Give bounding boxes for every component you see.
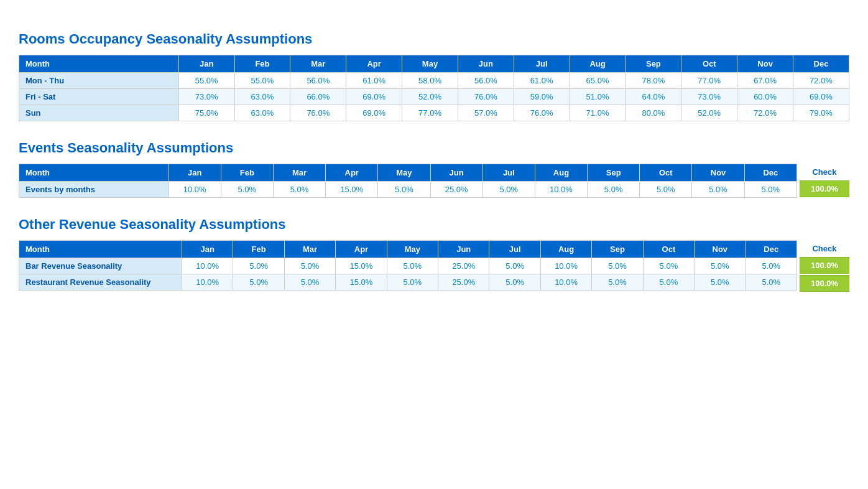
cell-value: 56.0% <box>458 73 514 89</box>
cell-value: 10.0% <box>535 182 587 198</box>
cell-value: 75.0% <box>178 105 234 121</box>
col-header-dec: Dec <box>744 164 796 182</box>
row-label: Mon - Thu <box>19 73 179 89</box>
col-header-month: Month <box>19 241 182 258</box>
row-label: Events by months <box>19 182 169 198</box>
col-header-oct: Oct <box>681 55 737 73</box>
col-header-apr: Apr <box>346 55 402 73</box>
cell-value: 61.0% <box>514 73 570 89</box>
col-header-jan: Jan <box>178 55 234 73</box>
cell-value: 52.0% <box>402 89 458 105</box>
cell-value: 5.0% <box>592 258 643 274</box>
cell-value: 25.0% <box>430 182 482 198</box>
cell-value: 73.0% <box>178 89 234 105</box>
cell-value: 77.0% <box>402 105 458 121</box>
cell-value: 63.0% <box>234 105 290 121</box>
col-header-may: May <box>387 241 438 258</box>
cell-value: 60.0% <box>737 89 793 105</box>
events-check-column: Check 100.0% <box>800 164 849 197</box>
cell-value: 72.0% <box>737 105 793 121</box>
col-header-mar: Mar <box>284 241 335 258</box>
col-header-aug: Aug <box>570 55 626 73</box>
cell-value: 80.0% <box>626 105 681 121</box>
other-table-wrapper: MonthJanFebMarAprMayJunJulAugSepOctNovDe… <box>19 240 849 293</box>
col-header-mar: Mar <box>290 55 346 73</box>
col-header-jul: Jul <box>482 164 535 182</box>
col-header-nov: Nov <box>695 241 746 258</box>
col-header-jun: Jun <box>430 164 482 182</box>
col-header-nov: Nov <box>692 164 744 182</box>
col-header-jun: Jun <box>458 55 514 73</box>
row-label: Bar Revenue Seasonality <box>19 258 182 274</box>
col-header-jun: Jun <box>438 241 489 258</box>
cell-value: 67.0% <box>737 73 793 89</box>
cell-value: 5.0% <box>640 182 692 198</box>
col-header-mar: Mar <box>273 164 325 182</box>
col-header-jan: Jan <box>182 241 233 258</box>
cell-value: 59.0% <box>514 89 570 105</box>
check-value: 100.0% <box>800 257 849 274</box>
cell-value: 15.0% <box>336 274 387 291</box>
table-row: Bar Revenue Seasonality10.0%5.0%5.0%15.0… <box>19 258 797 274</box>
cell-value: 51.0% <box>570 89 626 105</box>
cell-value: 66.0% <box>290 89 346 105</box>
col-header-feb: Feb <box>221 164 273 182</box>
cell-value: 25.0% <box>438 274 489 291</box>
col-header-feb: Feb <box>233 241 284 258</box>
col-header-aug: Aug <box>540 241 591 258</box>
cell-value: 64.0% <box>626 89 681 105</box>
cell-value: 58.0% <box>402 73 458 89</box>
cell-value: 5.0% <box>692 182 744 198</box>
events-table: MonthJanFebMarAprMayJunJulAugSepOctNovDe… <box>19 164 797 198</box>
col-header-apr: Apr <box>336 241 387 258</box>
cell-value: 10.0% <box>169 182 221 198</box>
cell-value: 56.0% <box>290 73 346 89</box>
table-row: Sun75.0%63.0%76.0%69.0%77.0%57.0%76.0%71… <box>19 105 849 121</box>
events-section-title: Events Seasonality Assumptions <box>19 140 849 156</box>
row-label: Restaurant Revenue Seasonality <box>19 274 182 291</box>
other-table: MonthJanFebMarAprMayJunJulAugSepOctNovDe… <box>19 240 797 291</box>
cell-value: 5.0% <box>387 274 438 291</box>
col-header-month: Month <box>19 164 169 182</box>
cell-value: 76.0% <box>514 105 570 121</box>
cell-value: 25.0% <box>438 258 489 274</box>
col-header-may: May <box>402 55 458 73</box>
cell-value: 10.0% <box>540 274 591 291</box>
cell-value: 5.0% <box>695 258 746 274</box>
cell-value: 5.0% <box>233 258 284 274</box>
col-header-apr: Apr <box>326 164 378 182</box>
cell-value: 65.0% <box>570 73 626 89</box>
cell-value: 5.0% <box>489 258 540 274</box>
cell-value: 63.0% <box>234 89 290 105</box>
events-table-wrapper: MonthJanFebMarAprMayJunJulAugSepOctNovDe… <box>19 164 849 198</box>
cell-value: 77.0% <box>681 73 737 89</box>
cell-value: 57.0% <box>458 105 514 121</box>
table-row: Restaurant Revenue Seasonality10.0%5.0%5… <box>19 274 797 291</box>
col-header-may: May <box>378 164 430 182</box>
cell-value: 5.0% <box>233 274 284 291</box>
cell-value: 78.0% <box>626 73 681 89</box>
col-header-sep: Sep <box>588 164 640 182</box>
col-header-jul: Jul <box>514 55 570 73</box>
cell-value: 52.0% <box>681 105 737 121</box>
col-header-dec: Dec <box>746 241 797 258</box>
col-header-sep: Sep <box>592 241 643 258</box>
table-row: Fri - Sat73.0%63.0%66.0%69.0%52.0%76.0%5… <box>19 89 849 105</box>
cell-value: 5.0% <box>387 258 438 274</box>
cell-value: 5.0% <box>643 274 694 291</box>
cell-value: 5.0% <box>744 182 796 198</box>
row-label: Fri - Sat <box>19 89 179 105</box>
cell-value: 5.0% <box>588 182 640 198</box>
col-header-dec: Dec <box>793 55 849 73</box>
col-header-oct: Oct <box>640 164 692 182</box>
cell-value: 5.0% <box>378 182 430 198</box>
rooms-table-wrapper: MonthJanFebMarAprMayJunJulAugSepOctNovDe… <box>19 55 849 121</box>
table-row: Mon - Thu55.0%55.0%56.0%61.0%58.0%56.0%6… <box>19 73 849 89</box>
cell-value: 73.0% <box>681 89 737 105</box>
check-value: 100.0% <box>800 275 849 292</box>
col-header-nov: Nov <box>737 55 793 73</box>
cell-value: 5.0% <box>592 274 643 291</box>
cell-value: 76.0% <box>458 89 514 105</box>
cell-value: 10.0% <box>182 274 233 291</box>
cell-value: 72.0% <box>793 73 849 89</box>
